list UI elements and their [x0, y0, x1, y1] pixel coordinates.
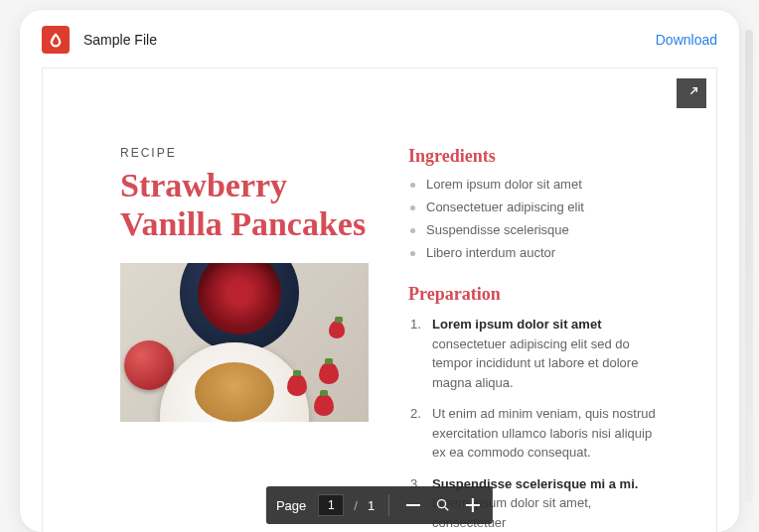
plus-icon: [466, 498, 480, 512]
fit-page-button[interactable]: [433, 495, 453, 515]
recipe-title: Strawberry Vanilla Pancakes: [120, 166, 369, 243]
ingredient-item: Libero interdum auctor: [408, 245, 669, 260]
ingredient-item: Suspendisse scelerisque: [408, 222, 669, 237]
zoom-out-button[interactable]: [403, 495, 423, 515]
preparation-step: Lorem ipsum dolor sit amet consectetuer …: [408, 315, 669, 392]
recipe-kicker: RECIPE: [120, 146, 369, 160]
ingredients-heading: Ingredients: [408, 146, 669, 167]
ingredients-list: Lorem ipsum dolor sit amet Consectetuer …: [408, 177, 669, 260]
ingredient-item: Lorem ipsum dolor sit amet: [408, 177, 669, 192]
pdf-page: RECIPE Strawberry Vanilla Pancakes Ingre…: [43, 68, 716, 532]
download-link[interactable]: Download: [656, 32, 717, 48]
preparation-heading: Preparation: [408, 284, 669, 305]
preparation-step: Ut enim ad minim veniam, quis nostrud ex…: [408, 404, 669, 463]
topbar: Sample File Download: [20, 10, 739, 66]
zoom-in-button[interactable]: [463, 495, 483, 515]
expand-button[interactable]: [677, 78, 706, 108]
svg-point-0: [438, 500, 446, 508]
minus-icon: [406, 504, 420, 506]
document-viewport: RECIPE Strawberry Vanilla Pancakes Ingre…: [42, 67, 717, 532]
left-column: RECIPE Strawberry Vanilla Pancakes: [120, 146, 369, 532]
page-number-input[interactable]: 1: [318, 494, 344, 516]
page-separator: /: [354, 498, 358, 513]
total-pages: 1: [368, 498, 375, 513]
ingredient-item: Consectetuer adipiscing elit: [408, 200, 669, 214]
device-edge: [745, 30, 753, 502]
file-title: Sample File: [83, 32, 157, 48]
pdf-icon: [42, 26, 70, 54]
pdf-toolbar: Page 1 / 1: [266, 486, 493, 524]
toolbar-divider: [388, 494, 389, 516]
page-label: Page: [276, 498, 306, 513]
recipe-photo: [120, 263, 369, 422]
right-column: Ingredients Lorem ipsum dolor sit amet C…: [408, 146, 669, 532]
pdf-viewer-frame: Sample File Download RECIPE Strawberry V…: [20, 10, 739, 532]
magnifier-icon: [435, 497, 451, 513]
